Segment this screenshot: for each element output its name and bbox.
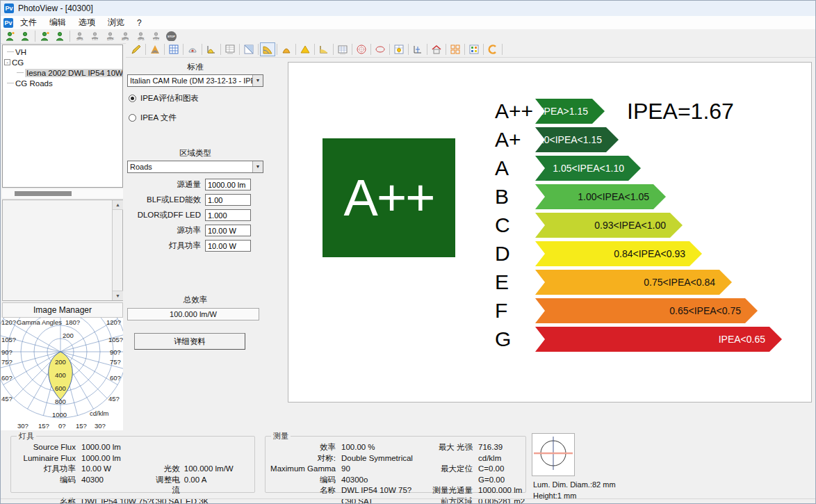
illuminance-cone-icon[interactable] (297, 42, 313, 56)
polar-ring-label: 200 (63, 332, 74, 339)
radio-unselected-icon[interactable] (129, 114, 136, 122)
toolbar-separator (408, 44, 409, 55)
info-value: 90 (341, 464, 350, 475)
menu-file[interactable]: 文件 (15, 16, 42, 29)
menu-browse[interactable]: 浏览 (102, 16, 130, 29)
source-flux-input[interactable] (205, 179, 251, 190)
lamp-table-icon[interactable] (391, 42, 407, 56)
cone-diagram-icon[interactable] (279, 42, 294, 56)
luminaire-dimension-box (532, 433, 575, 476)
info-label: 编码 (15, 475, 81, 496)
info-label: 调整电流 (152, 475, 184, 496)
blf-input[interactable] (205, 194, 251, 206)
standard-label: 标准 (127, 62, 263, 72)
color-table-icon[interactable] (466, 42, 482, 56)
polar-ring-label: 1000 (52, 411, 67, 418)
chevron-down-icon[interactable]: ▼ (252, 75, 263, 86)
info-label: 名称 (15, 496, 81, 504)
info-value: Double Symmetrical (341, 453, 413, 464)
cartesian-diagram-icon[interactable] (204, 42, 219, 56)
c-curve-icon[interactable] (485, 42, 500, 56)
histogram-icon[interactable] (410, 42, 425, 56)
rating-arrow: 1.10<IPEA<1.15 (535, 127, 619, 152)
rating-row: A++ IPEA>1.15 (495, 99, 782, 124)
export-txt-icon[interactable]: TXT (88, 30, 102, 43)
export-photometry-icon[interactable] (53, 30, 67, 43)
vertical-scrollbar[interactable]: ▲ ▼ (112, 200, 122, 300)
tree-horizontal-scrollbar[interactable] (2, 189, 123, 198)
import-photometry-icon[interactable] (38, 30, 52, 43)
intensity-table-icon[interactable] (166, 42, 181, 56)
toolbar-separator (427, 44, 427, 55)
menu-options[interactable]: 选项 (73, 16, 101, 29)
area-type-select[interactable]: Roads ▼ (127, 161, 263, 173)
tree-item-cg-roads[interactable]: CG Roads (4, 78, 122, 88)
toolbar-separator (202, 44, 202, 55)
chevron-down-icon[interactable]: ▼ (252, 161, 263, 172)
image-manager-button[interactable]: Image Manager (2, 302, 123, 318)
ipea-chart-panel: A++ IPEA=1.67 A++ IPEA>1.15 A+ 1.10<IPEA… (288, 62, 812, 403)
tree-item-label: VH (15, 48, 26, 56)
interior-view-icon[interactable] (429, 42, 444, 56)
standard-select[interactable]: Italian CAM Rule (DM 23-12-13 - IPEA) ▼ (127, 74, 263, 87)
polar-ring-label: 400 (55, 371, 66, 379)
utilization-factor-icon[interactable] (316, 42, 332, 56)
beam-diagram-icon[interactable] (241, 42, 256, 56)
tree-item-cg[interactable]: - CG (4, 57, 122, 67)
field-luminaire-power: 灯具功率 (127, 240, 286, 252)
ugr-table-icon[interactable] (222, 42, 238, 56)
menu-edit[interactable]: 编辑 (44, 16, 72, 29)
rating-grade-label: E (495, 270, 535, 294)
scrollbar-thumb[interactable] (15, 191, 72, 196)
polar-diagram: 120? Gamma Angles 180? 120? 105? 90? 75?… (1, 318, 123, 430)
details-button[interactable]: 详细资料 (134, 333, 245, 350)
luminaire-power-input[interactable] (205, 240, 251, 252)
scroll-up-icon[interactable]: ▲ (113, 200, 123, 210)
view-toolbar (126, 41, 816, 58)
grid-diagram-icon[interactable] (448, 42, 463, 56)
luminaire-group: 灯具 Source Flux 1000.00 lm Luminaire Flux… (10, 436, 255, 493)
toolbar-separator (464, 44, 465, 55)
info-row: Luminaire Flux 1000.00 lm (15, 453, 254, 464)
circular-diagram-icon[interactable] (354, 42, 369, 56)
document-icon[interactable]: Pv (3, 18, 13, 28)
toolbar-separator (145, 44, 146, 55)
field-label: 灯具功率 (127, 241, 205, 251)
tree-line (7, 83, 14, 83)
tree-item-iesna[interactable]: Iesna 2002 DWL IP54 10W 75?C90 (4, 67, 122, 78)
dome-diagram-icon[interactable] (185, 42, 200, 56)
scroll-down-icon[interactable]: ▼ (113, 291, 123, 300)
field-source-flux: 源通量 (127, 179, 286, 190)
open-photometry-icon[interactable] (3, 30, 17, 43)
toolbar-separator (446, 44, 446, 55)
menu-help[interactable]: ? (131, 17, 147, 29)
rating-range-label: 0.93<IPEA<1.00 (594, 220, 666, 231)
radio-label: IPEA 文件 (140, 113, 177, 123)
bottom-divider (1, 498, 815, 499)
radio-selected-icon[interactable] (129, 95, 136, 102)
source-power-input[interactable] (205, 225, 251, 236)
info-value: 1000.00 lm (81, 453, 179, 464)
open-archive-icon[interactable] (18, 30, 33, 43)
polar-tick-label: 105? (108, 336, 123, 343)
export-jpg-icon[interactable]: JPG (72, 30, 87, 43)
ellipse-diagram-icon[interactable] (373, 42, 388, 56)
cie-table-icon[interactable] (335, 42, 350, 56)
info-label: Source Flux (15, 442, 81, 453)
radio-ipea-chart[interactable]: IPEA评估和图表 (129, 93, 286, 104)
export-format-label: JPG (138, 38, 145, 40)
info-row: 测量光通量 1000.000 lm (416, 485, 525, 496)
radio-ipea-file[interactable]: IPEA 文件 (129, 113, 286, 123)
rating-rows: A++ IPEA>1.15 A+ 1.10<IPEA<1.15 A 1.05<I… (495, 99, 782, 355)
edit-pencil-icon[interactable] (129, 42, 144, 56)
isolux-diagram-icon[interactable] (260, 42, 275, 56)
tree-item-vh[interactable]: VH (4, 47, 122, 57)
window-title: PhotoView - [40300] (18, 3, 93, 13)
info-value: DWL IP54 10W 75?C90 SAT ED 3K (81, 496, 209, 504)
rating-grade-label: A (495, 156, 535, 180)
collapse-expander-icon[interactable]: - (4, 59, 10, 65)
polar-diagram-icon[interactable] (147, 42, 163, 56)
dlor-input[interactable] (205, 209, 251, 221)
image-list-panel: ▲ ▼ (2, 200, 123, 301)
export-dxf-icon[interactable]: DXF (103, 30, 117, 43)
